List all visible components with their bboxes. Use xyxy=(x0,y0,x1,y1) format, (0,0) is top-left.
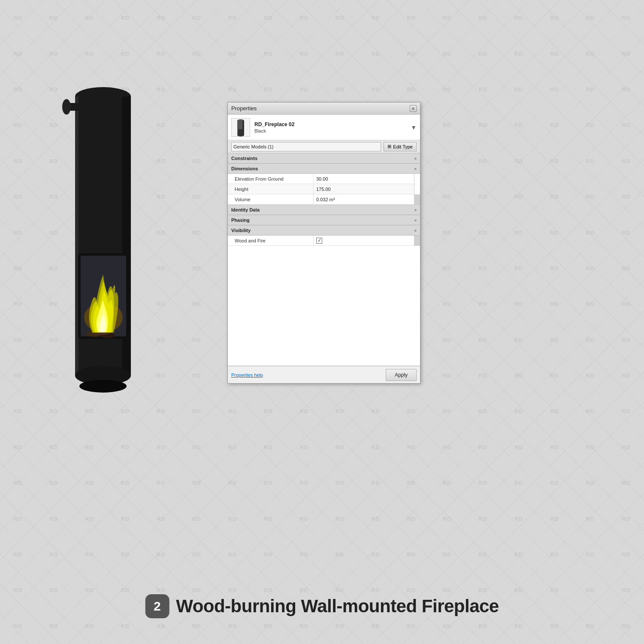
volume-label: Volume xyxy=(228,194,314,204)
edit-type-label: Edit Type xyxy=(393,144,413,149)
elevation-from-ground-row: Elevation From Ground xyxy=(228,174,420,184)
apply-button[interactable]: Apply xyxy=(386,369,417,381)
volume-row: Volume 0.032 m³ xyxy=(228,194,420,205)
identity-data-label: Identity Data xyxy=(231,207,260,212)
dimensions-properties: Elevation From Ground Height xyxy=(228,174,420,205)
svg-rect-21 xyxy=(238,129,243,134)
phasing-collapse-icon: » xyxy=(414,218,417,223)
category-row: Generic Models (1) ⊞ Edit Type xyxy=(228,140,420,153)
identity-data-collapse-icon: » xyxy=(414,208,417,212)
visibility-collapse-icon: « xyxy=(414,228,417,233)
properties-panel: Properties × RD_Fireplace 02 Black ▼ xyxy=(227,102,420,384)
wood-and-fire-row: Wood and Fire ✓ xyxy=(228,236,420,246)
thumbnail-svg xyxy=(233,117,248,138)
visibility-label: Visibility xyxy=(231,228,251,233)
wood-and-fire-checkbox[interactable]: ✓ xyxy=(316,238,322,244)
volume-value: 0.032 m³ xyxy=(314,197,414,202)
wood-and-fire-value[interactable]: ✓ xyxy=(314,238,414,244)
identity-data-section-header[interactable]: Identity Data » xyxy=(228,205,420,215)
constraints-label: Constraints xyxy=(231,156,257,161)
properties-help-link[interactable]: Properties help xyxy=(231,372,263,378)
fireplace-svg xyxy=(43,56,163,399)
height-label: Height xyxy=(228,184,314,194)
dimensions-label: Dimensions xyxy=(231,166,258,171)
phasing-section-header[interactable]: Phasing » xyxy=(228,215,420,225)
constraints-collapse-icon: « xyxy=(414,156,417,161)
panel-close-button[interactable]: × xyxy=(410,105,417,112)
visibility-properties: Wood and Fire ✓ xyxy=(228,236,420,246)
main-content: Properties × RD_Fireplace 02 Black ▼ xyxy=(0,0,644,644)
element-subname: Black xyxy=(254,128,406,133)
height-value[interactable] xyxy=(314,187,414,192)
height-input[interactable] xyxy=(316,187,411,192)
empty-content-area xyxy=(228,246,420,366)
elevation-from-ground-label: Elevation From Ground xyxy=(228,174,314,184)
category-dropdown[interactable]: Generic Models (1) xyxy=(231,142,381,151)
wood-and-fire-indicator xyxy=(414,236,420,246)
fireplace-illustration xyxy=(43,56,163,399)
element-name: RD_Fireplace 02 xyxy=(254,121,406,127)
dimensions-collapse-icon: « xyxy=(414,166,417,171)
element-thumbnail xyxy=(231,118,250,137)
title-text: Wood-burning Wall-mounted Fireplace xyxy=(176,596,499,617)
elevation-from-ground-input[interactable] xyxy=(316,176,411,181)
visibility-section-header[interactable]: Visibility « xyxy=(228,225,420,236)
elevation-indicator xyxy=(414,174,420,184)
edit-type-icon: ⊞ xyxy=(387,144,391,149)
checkbox-check: ✓ xyxy=(317,238,321,243)
element-preview-row: RD_Fireplace 02 Black ▼ xyxy=(228,115,420,140)
panel-bottom-bar: Properties help Apply xyxy=(228,366,420,383)
svg-point-16 xyxy=(79,380,127,393)
height-indicator xyxy=(414,184,420,194)
element-info: RD_Fireplace 02 Black xyxy=(254,121,406,133)
edit-type-button[interactable]: ⊞ Edit Type xyxy=(384,142,417,151)
height-row: Height xyxy=(228,184,420,194)
dimensions-section-header[interactable]: Dimensions « xyxy=(228,163,420,174)
wood-and-fire-label: Wood and Fire xyxy=(228,236,314,245)
volume-indicator xyxy=(414,194,420,205)
title-number-badge: 2 xyxy=(145,594,169,618)
phasing-label: Phasing xyxy=(231,218,250,223)
constraints-section-header[interactable]: Constraints « xyxy=(228,153,420,163)
elevation-from-ground-value[interactable] xyxy=(314,176,414,181)
panel-title: Properties xyxy=(231,105,257,112)
svg-rect-3 xyxy=(75,97,79,375)
svg-point-6 xyxy=(62,99,71,115)
element-dropdown-arrow[interactable]: ▼ xyxy=(411,124,417,131)
panel-titlebar: Properties × xyxy=(228,103,420,115)
bottom-title-bar: 2 Wood-burning Wall-mounted Fireplace xyxy=(145,594,499,618)
